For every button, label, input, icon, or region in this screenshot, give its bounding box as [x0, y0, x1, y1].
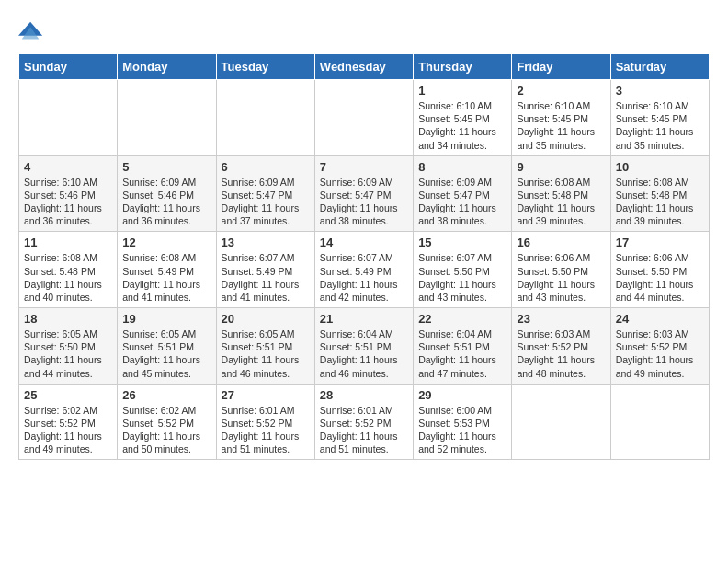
day-number: 21	[320, 312, 408, 326]
calendar-cell: 9Sunrise: 6:08 AM Sunset: 5:48 PM Daylig…	[512, 155, 610, 232]
day-number: 10	[616, 160, 704, 174]
calendar-table: SundayMondayTuesdayWednesdayThursdayFrid…	[18, 53, 710, 460]
day-number: 6	[222, 160, 310, 174]
day-info: Sunrise: 6:05 AM Sunset: 5:51 PM Dayligh…	[222, 327, 310, 380]
calendar-week-row: 1Sunrise: 6:10 AM Sunset: 5:45 PM Daylig…	[19, 80, 710, 156]
calendar-cell: 8Sunrise: 6:09 AM Sunset: 5:47 PM Daylig…	[414, 155, 512, 232]
calendar-cell: 20Sunrise: 6:05 AM Sunset: 5:51 PM Dayli…	[216, 308, 314, 385]
day-info: Sunrise: 6:01 AM Sunset: 5:52 PM Dayligh…	[222, 404, 310, 456]
calendar-cell	[118, 80, 216, 156]
calendar-cell: 18Sunrise: 6:05 AM Sunset: 5:50 PM Dayli…	[19, 308, 118, 385]
day-info: Sunrise: 6:00 AM Sunset: 5:53 PM Dayligh…	[418, 404, 506, 456]
calendar-cell	[512, 384, 610, 460]
day-number: 28	[320, 388, 408, 402]
day-number: 17	[616, 236, 704, 249]
day-info: Sunrise: 6:07 AM Sunset: 5:49 PM Dayligh…	[320, 251, 408, 304]
day-number: 4	[24, 160, 112, 174]
calendar-cell: 4Sunrise: 6:10 AM Sunset: 5:46 PM Daylig…	[19, 155, 118, 232]
day-info: Sunrise: 6:08 AM Sunset: 5:48 PM Dayligh…	[24, 251, 112, 304]
day-number: 5	[122, 160, 210, 174]
day-info: Sunrise: 6:09 AM Sunset: 5:46 PM Dayligh…	[122, 176, 210, 228]
page-header	[18, 18, 710, 44]
day-info: Sunrise: 6:03 AM Sunset: 5:52 PM Dayligh…	[517, 327, 605, 380]
day-number: 22	[418, 312, 506, 326]
calendar-cell: 1Sunrise: 6:10 AM Sunset: 5:45 PM Daylig…	[414, 80, 512, 156]
calendar-cell: 14Sunrise: 6:07 AM Sunset: 5:49 PM Dayli…	[314, 232, 413, 308]
calendar-week-row: 25Sunrise: 6:02 AM Sunset: 5:52 PM Dayli…	[19, 384, 710, 460]
calendar-cell	[610, 384, 709, 460]
day-info: Sunrise: 6:06 AM Sunset: 5:50 PM Dayligh…	[616, 251, 704, 304]
day-info: Sunrise: 6:04 AM Sunset: 5:51 PM Dayligh…	[418, 327, 506, 380]
calendar-cell: 23Sunrise: 6:03 AM Sunset: 5:52 PM Dayli…	[512, 308, 610, 385]
day-number: 25	[24, 388, 112, 402]
day-number: 20	[222, 312, 310, 326]
calendar-cell: 7Sunrise: 6:09 AM Sunset: 5:47 PM Daylig…	[314, 155, 413, 232]
day-info: Sunrise: 6:10 AM Sunset: 5:45 PM Dayligh…	[517, 99, 605, 152]
calendar-cell: 11Sunrise: 6:08 AM Sunset: 5:48 PM Dayli…	[19, 232, 118, 308]
day-number: 2	[517, 84, 605, 98]
logo	[18, 18, 48, 44]
day-info: Sunrise: 6:02 AM Sunset: 5:52 PM Dayligh…	[122, 404, 210, 456]
day-info: Sunrise: 6:10 AM Sunset: 5:46 PM Dayligh…	[24, 176, 112, 228]
calendar-cell: 5Sunrise: 6:09 AM Sunset: 5:46 PM Daylig…	[118, 155, 216, 232]
calendar-cell: 10Sunrise: 6:08 AM Sunset: 5:48 PM Dayli…	[610, 155, 709, 232]
day-info: Sunrise: 6:03 AM Sunset: 5:52 PM Dayligh…	[616, 327, 704, 380]
calendar-week-row: 18Sunrise: 6:05 AM Sunset: 5:50 PM Dayli…	[19, 308, 710, 385]
calendar-cell	[19, 80, 118, 156]
weekday-header: Thursday	[414, 54, 512, 80]
day-number: 23	[517, 312, 605, 326]
day-number: 18	[24, 312, 112, 326]
day-number: 3	[616, 84, 704, 98]
calendar-cell: 28Sunrise: 6:01 AM Sunset: 5:52 PM Dayli…	[314, 384, 413, 460]
calendar-cell: 27Sunrise: 6:01 AM Sunset: 5:52 PM Dayli…	[216, 384, 314, 460]
day-number: 29	[418, 388, 506, 402]
weekday-header: Monday	[118, 54, 216, 80]
calendar-cell: 3Sunrise: 6:10 AM Sunset: 5:45 PM Daylig…	[610, 80, 709, 156]
calendar-cell: 17Sunrise: 6:06 AM Sunset: 5:50 PM Dayli…	[610, 232, 709, 308]
calendar-cell	[314, 80, 413, 156]
day-number: 15	[418, 236, 506, 249]
day-info: Sunrise: 6:08 AM Sunset: 5:48 PM Dayligh…	[517, 176, 605, 228]
day-info: Sunrise: 6:10 AM Sunset: 5:45 PM Dayligh…	[616, 99, 704, 152]
calendar-cell: 26Sunrise: 6:02 AM Sunset: 5:52 PM Dayli…	[118, 384, 216, 460]
weekday-header: Tuesday	[216, 54, 314, 80]
day-number: 7	[320, 160, 408, 174]
day-info: Sunrise: 6:08 AM Sunset: 5:48 PM Dayligh…	[616, 176, 704, 228]
day-number: 16	[517, 236, 605, 249]
day-info: Sunrise: 6:04 AM Sunset: 5:51 PM Dayligh…	[320, 327, 408, 380]
weekday-header: Saturday	[610, 54, 709, 80]
calendar-cell: 15Sunrise: 6:07 AM Sunset: 5:50 PM Dayli…	[414, 232, 512, 308]
weekday-header: Sunday	[19, 54, 118, 80]
day-info: Sunrise: 6:09 AM Sunset: 5:47 PM Dayligh…	[418, 176, 506, 228]
day-info: Sunrise: 6:07 AM Sunset: 5:50 PM Dayligh…	[418, 251, 506, 304]
day-info: Sunrise: 6:09 AM Sunset: 5:47 PM Dayligh…	[222, 176, 310, 228]
calendar-cell: 19Sunrise: 6:05 AM Sunset: 5:51 PM Dayli…	[118, 308, 216, 385]
day-info: Sunrise: 6:02 AM Sunset: 5:52 PM Dayligh…	[24, 404, 112, 456]
day-number: 1	[418, 84, 506, 98]
day-info: Sunrise: 6:09 AM Sunset: 5:47 PM Dayligh…	[320, 176, 408, 228]
day-number: 14	[320, 236, 408, 249]
day-info: Sunrise: 6:08 AM Sunset: 5:49 PM Dayligh…	[122, 251, 210, 304]
calendar-cell: 24Sunrise: 6:03 AM Sunset: 5:52 PM Dayli…	[610, 308, 709, 385]
calendar-header-row: SundayMondayTuesdayWednesdayThursdayFrid…	[19, 54, 710, 80]
calendar-cell: 16Sunrise: 6:06 AM Sunset: 5:50 PM Dayli…	[512, 232, 610, 308]
calendar-cell: 21Sunrise: 6:04 AM Sunset: 5:51 PM Dayli…	[314, 308, 413, 385]
weekday-header: Wednesday	[314, 54, 413, 80]
weekday-header: Friday	[512, 54, 610, 80]
day-info: Sunrise: 6:05 AM Sunset: 5:50 PM Dayligh…	[24, 327, 112, 380]
day-number: 11	[24, 236, 112, 249]
calendar-cell: 6Sunrise: 6:09 AM Sunset: 5:47 PM Daylig…	[216, 155, 314, 232]
day-info: Sunrise: 6:10 AM Sunset: 5:45 PM Dayligh…	[418, 99, 506, 152]
calendar-week-row: 11Sunrise: 6:08 AM Sunset: 5:48 PM Dayli…	[19, 232, 710, 308]
day-number: 27	[222, 388, 310, 402]
calendar-cell: 29Sunrise: 6:00 AM Sunset: 5:53 PM Dayli…	[414, 384, 512, 460]
calendar-cell	[216, 80, 314, 156]
day-number: 12	[122, 236, 210, 249]
day-number: 24	[616, 312, 704, 326]
day-number: 19	[122, 312, 210, 326]
calendar-week-row: 4Sunrise: 6:10 AM Sunset: 5:46 PM Daylig…	[19, 155, 710, 232]
calendar-cell: 12Sunrise: 6:08 AM Sunset: 5:49 PM Dayli…	[118, 232, 216, 308]
day-number: 9	[517, 160, 605, 174]
day-info: Sunrise: 6:05 AM Sunset: 5:51 PM Dayligh…	[122, 327, 210, 380]
day-info: Sunrise: 6:01 AM Sunset: 5:52 PM Dayligh…	[320, 404, 408, 456]
